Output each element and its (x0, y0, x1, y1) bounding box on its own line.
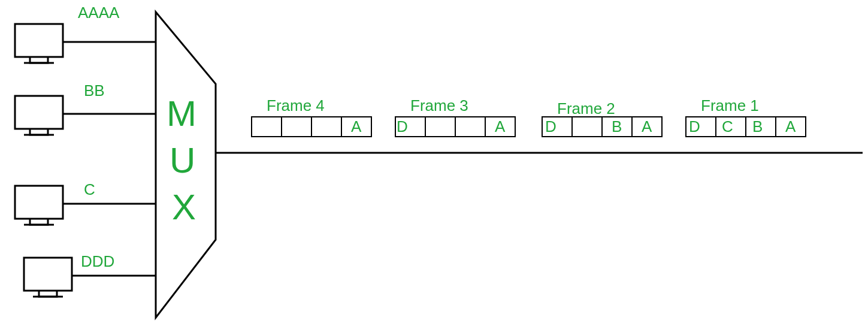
mux-label-x: X (172, 187, 196, 227)
svg-rect-0 (15, 24, 63, 57)
frame-label: Frame 2 (557, 99, 615, 117)
frame-3: Frame 3 D A (395, 96, 515, 137)
slot: A (785, 117, 796, 135)
svg-rect-2 (15, 96, 63, 129)
input-computer-d (24, 258, 72, 297)
slot: A (495, 117, 506, 135)
input-computer-c (15, 186, 63, 225)
input-computer-b (15, 96, 63, 135)
slot: A (642, 117, 652, 135)
slot: B (612, 117, 622, 135)
svg-rect-4 (15, 186, 63, 219)
input-data-label-c: C (84, 180, 95, 198)
slot: D (397, 117, 408, 135)
slot: C (722, 117, 733, 135)
input-data-label-a: AAAA (78, 4, 120, 22)
frame-label: Frame 3 (410, 96, 468, 114)
slot: D (545, 117, 557, 135)
input-data-label-b: BB (84, 82, 105, 99)
mux-label-m: M (167, 93, 196, 134)
frame-1: Frame 1 D C B A (686, 96, 806, 137)
slot: B (752, 117, 763, 135)
frame-4: Frame 4 A (252, 96, 371, 137)
svg-rect-6 (24, 258, 72, 291)
slot: A (351, 117, 362, 135)
tdm-diagram: AAAA BB C DDD M U X Frame 4 A Frame 3 D … (0, 0, 868, 335)
input-computer-a (15, 24, 63, 63)
input-data-label-d: DDD (81, 252, 114, 270)
frame-label: Frame 1 (701, 96, 759, 114)
slot: D (689, 117, 700, 135)
mux-label-u: U (170, 140, 195, 180)
frame-2: Frame 2 D B A (542, 99, 662, 137)
frame-label: Frame 4 (267, 96, 325, 114)
